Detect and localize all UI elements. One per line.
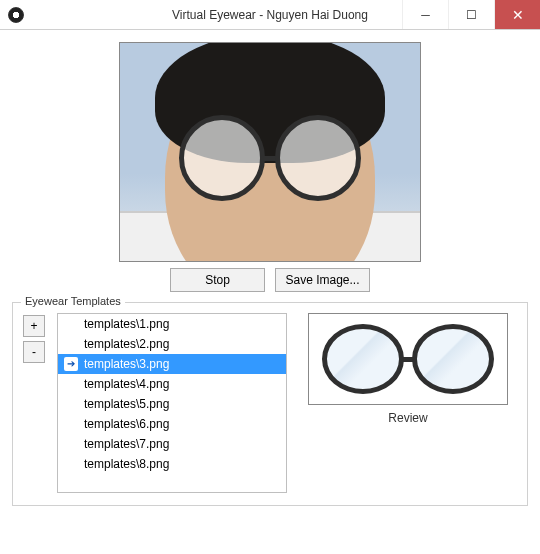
templates-listbox[interactable]: templates\1.pngtemplates\2.pngtemplates\… [57, 313, 287, 493]
remove-template-button[interactable]: - [23, 341, 45, 363]
list-item[interactable]: templates\5.png [58, 394, 286, 414]
list-item[interactable]: templates\3.png [58, 354, 286, 374]
list-item[interactable]: templates\1.png [58, 314, 286, 334]
glasses-icon [322, 324, 494, 394]
list-item[interactable]: templates\7.png [58, 434, 286, 454]
preview-button-row: Stop Save Image... [12, 268, 528, 292]
window-title: Virtual Eyewear - Nguyen Hai Duong [0, 8, 540, 22]
review-preview [308, 313, 508, 405]
camera-preview [119, 42, 421, 262]
review-label: Review [388, 411, 427, 425]
review-column: Review [299, 313, 517, 493]
save-image-button[interactable]: Save Image... [275, 268, 370, 292]
list-item[interactable]: templates\8.png [58, 454, 286, 474]
title-bar: Virtual Eyewear - Nguyen Hai Duong ─ ☐ ✕ [0, 0, 540, 30]
list-item[interactable]: templates\4.png [58, 374, 286, 394]
client-area: Stop Save Image... Eyewear Templates + -… [0, 30, 540, 518]
list-item[interactable]: templates\2.png [58, 334, 286, 354]
templates-groupbox: Eyewear Templates + - templates\1.pngtem… [12, 302, 528, 506]
groupbox-legend: Eyewear Templates [21, 295, 125, 307]
list-item[interactable]: templates\6.png [58, 414, 286, 434]
stop-button[interactable]: Stop [170, 268, 265, 292]
add-template-button[interactable]: + [23, 315, 45, 337]
glasses-overlay-icon [179, 115, 361, 201]
add-remove-column: + - [23, 315, 45, 493]
